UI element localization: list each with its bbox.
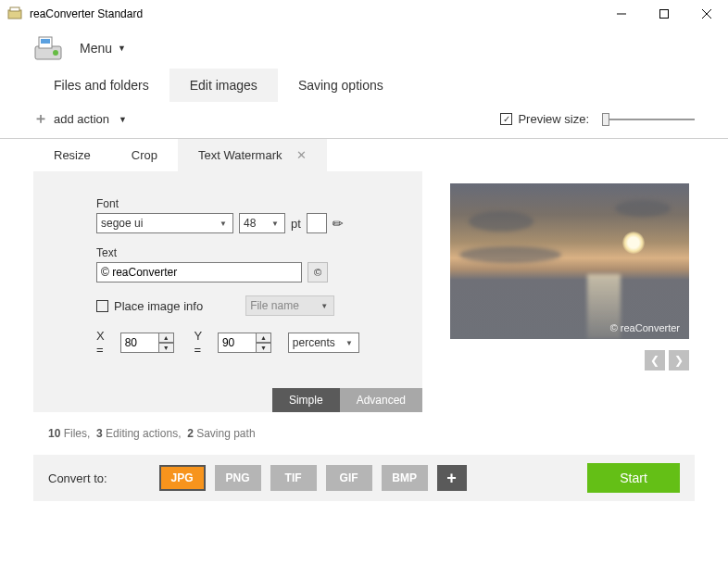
add-action-button[interactable]: ＋ add action ▼: [33, 109, 127, 129]
close-tab-icon[interactable]: ✕: [296, 148, 307, 162]
chevron-down-icon: ▼: [344, 339, 355, 347]
image-info-select: File name▼: [245, 295, 334, 316]
preview-size-label: Preview size:: [518, 112, 589, 126]
chevron-down-icon: ▼: [218, 220, 229, 228]
format-tif[interactable]: TIF: [270, 465, 317, 491]
preview-image: © reaConverter: [450, 183, 689, 339]
app-icon: [7, 6, 22, 21]
tab-files-folders[interactable]: Files and folders: [33, 69, 169, 102]
mode-advanced[interactable]: Advanced: [340, 388, 422, 412]
svg-point-9: [53, 50, 58, 56]
start-button[interactable]: Start: [587, 463, 680, 493]
mode-simple[interactable]: Simple: [272, 388, 340, 412]
place-image-info-checkbox[interactable]: [96, 300, 108, 312]
svg-rect-8: [41, 39, 50, 44]
caret-down-icon: ▼: [118, 44, 126, 53]
position-unit-select[interactable]: percents▼: [288, 333, 359, 353]
tab-edit-images[interactable]: Edit images: [169, 69, 278, 102]
status-bar: 10 Files, 3 Editing actions, 2 Saving pa…: [0, 412, 728, 449]
font-label: Font: [96, 197, 359, 210]
chevron-down-icon: ▼: [270, 220, 281, 228]
mode-toggle: Simple Advanced: [272, 388, 422, 412]
font-size-select[interactable]: 48▼: [239, 213, 285, 233]
main-tabs: Files and folders Edit images Saving opt…: [0, 69, 728, 102]
action-tabs: Resize Crop Text Watermark ✕: [33, 139, 422, 171]
eyedropper-icon[interactable]: ✎: [329, 214, 347, 232]
add-action-label: add action: [54, 112, 109, 126]
watermark-panel: Font segoe ui▼ 48▼ pt ✎ Text © Place ima…: [33, 171, 422, 412]
y-position-input[interactable]: ▲▼: [218, 333, 271, 353]
prev-image-button[interactable]: ❮: [645, 350, 665, 370]
caret-down-icon: ▼: [119, 115, 127, 124]
chevron-down-icon: ▼: [319, 302, 330, 310]
minimize-button[interactable]: [600, 0, 643, 28]
format-bmp[interactable]: BMP: [382, 465, 428, 491]
checkbox-checked-icon: ✓: [500, 113, 512, 125]
x-position-input[interactable]: ▲▼: [120, 333, 174, 353]
maximize-button[interactable]: [643, 0, 685, 28]
plus-icon: ＋: [33, 109, 48, 129]
font-select[interactable]: segoe ui▼: [96, 213, 233, 233]
size-unit: pt: [291, 217, 301, 231]
app-logo: [33, 35, 63, 61]
watermark-text-input[interactable]: [96, 262, 302, 282]
menu-button[interactable]: Menu ▼: [80, 41, 126, 56]
titlebar: reaConverter Standard: [0, 0, 728, 28]
add-format-button[interactable]: +: [437, 465, 467, 491]
preview-column: © reaConverter ❮ ❯: [450, 139, 695, 412]
place-image-info-label: Place image info: [114, 299, 203, 313]
format-gif[interactable]: GIF: [326, 465, 372, 491]
svg-rect-1: [10, 7, 19, 11]
color-swatch[interactable]: [307, 213, 327, 233]
preview-size-slider[interactable]: [602, 113, 695, 126]
tab-text-watermark[interactable]: Text Watermark ✕: [178, 139, 327, 171]
window-title: reaConverter Standard: [30, 7, 600, 20]
svg-rect-3: [660, 10, 669, 19]
menu-label: Menu: [80, 41, 112, 56]
convert-to-label: Convert to:: [48, 471, 107, 485]
x-label: X =: [96, 329, 115, 357]
format-png[interactable]: PNG: [215, 465, 261, 491]
tab-resize[interactable]: Resize: [33, 139, 111, 171]
next-image-button[interactable]: ❯: [669, 350, 689, 370]
menubar: Menu ▼: [0, 28, 728, 69]
preview-watermark-text: © reaConverter: [610, 322, 680, 333]
close-button[interactable]: [685, 0, 728, 28]
text-label: Text: [96, 246, 359, 259]
action-bar: ＋ add action ▼ ✓ Preview size:: [0, 102, 728, 139]
y-label: Y =: [195, 329, 212, 357]
preview-size-checkbox[interactable]: ✓ Preview size:: [500, 112, 589, 126]
bottom-bar: Convert to: JPG PNG TIF GIF BMP + Start: [33, 455, 695, 501]
tab-saving-options[interactable]: Saving options: [278, 69, 404, 102]
tab-label: Text Watermark: [198, 148, 282, 162]
insert-copyright-button[interactable]: ©: [308, 262, 328, 282]
tab-crop[interactable]: Crop: [111, 139, 178, 171]
format-jpg[interactable]: JPG: [159, 465, 206, 491]
